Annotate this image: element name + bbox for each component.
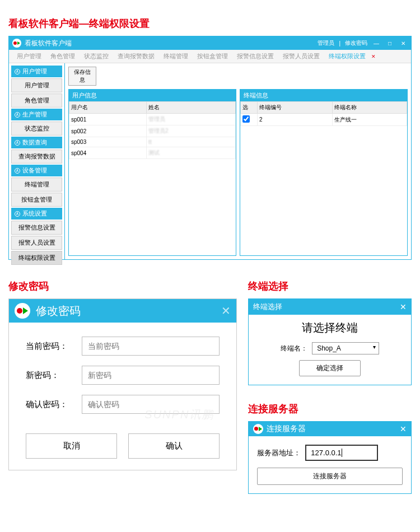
ok-button[interactable]: 确认 xyxy=(128,433,220,459)
tab-4[interactable]: 终端管理 xyxy=(161,51,190,62)
table-row[interactable]: sp001管理员 xyxy=(69,114,236,125)
tab-8[interactable]: 终端权限设置 xyxy=(326,51,368,62)
table-row[interactable]: 2生产线一 xyxy=(241,114,407,126)
confirm-pwd-label: 确认密码： xyxy=(26,399,82,410)
close-icon[interactable]: ✕ xyxy=(221,304,231,318)
table-row[interactable]: sp004测试 xyxy=(69,147,236,159)
connect-button[interactable]: 连接服务器 xyxy=(257,468,403,485)
sidebar-group-header[interactable]: ∧系统设置 xyxy=(11,208,62,220)
maximize-icon[interactable]: □ xyxy=(385,40,394,46)
server-addr-input[interactable]: 127.0.0.1 xyxy=(305,445,378,461)
section-title-3: 终端选择 xyxy=(248,279,412,293)
sidebar-item[interactable]: 报警人员设置 xyxy=(11,236,62,250)
app-title: 看板软件客户端 xyxy=(25,39,72,48)
collapse-icon: ∧ xyxy=(15,168,20,174)
tab-3[interactable]: 查询报警数据 xyxy=(115,51,157,62)
minimize-icon[interactable]: — xyxy=(372,40,381,46)
sidebar-group-header[interactable]: ∧生产管理 xyxy=(11,109,62,120)
section-title-4: 连接服务器 xyxy=(248,402,412,416)
cancel-button[interactable]: 取消 xyxy=(26,433,117,459)
collapse-icon: ∧ xyxy=(15,112,20,118)
sidebar-item[interactable]: 状态监控 xyxy=(11,122,62,136)
col-term-name[interactable]: 终端名称 xyxy=(332,102,407,114)
terminal-info-panel: 终端信息 选 终端编号 终端名称 2生产线一 xyxy=(240,89,408,256)
table-row[interactable]: sp003tt xyxy=(69,137,236,147)
tab-0[interactable]: 用户管理 xyxy=(15,51,44,62)
tab-1[interactable]: 角色管理 xyxy=(48,51,77,62)
conn-dialog-title: 连接服务器 xyxy=(267,424,306,434)
tab-7[interactable]: 报警人员设置 xyxy=(281,51,322,62)
term-dialog-title: 请选择终端 xyxy=(257,320,403,335)
col-term-id[interactable]: 终端编号 xyxy=(258,102,333,114)
term-name-select[interactable]: Shop_A xyxy=(312,342,379,354)
col-username[interactable]: 用户名 xyxy=(69,102,147,114)
new-pwd-input[interactable] xyxy=(82,366,220,385)
collapse-icon: ∧ xyxy=(15,69,20,74)
sidebar-group-header[interactable]: ∧用户管理 xyxy=(11,66,62,77)
main-content: 保存信息 用户信息 用户名 姓名 sp001管理员sp002管理员2sp003t… xyxy=(65,63,411,259)
section-title-2: 修改密码 xyxy=(8,279,237,293)
sidebar-item[interactable]: 按钮盒管理 xyxy=(11,193,62,207)
sidebar-item[interactable]: 用户管理 xyxy=(11,78,62,92)
sidebar-item[interactable]: 终端权限设置 xyxy=(11,251,62,265)
app-tabs: 用户管理角色管理状态监控查询报警数据终端管理按钮盒管理报警信息设置报警人员设置终… xyxy=(9,50,411,63)
connect-server-dialog: 连接服务器 ✕ 服务器地址： 127.0.0.1 连接服务器 xyxy=(248,421,412,494)
col-name[interactable]: 姓名 xyxy=(147,102,236,114)
tab-close-icon[interactable]: ✕ xyxy=(371,54,376,59)
app-titlebar: 看板软件客户端 管理员 | 修改密码 — □ ✕ xyxy=(9,36,411,50)
collapse-icon: ∧ xyxy=(15,140,20,146)
user-table: 用户名 姓名 sp001管理员sp002管理员2sp003ttsp004测试 xyxy=(69,101,236,159)
save-button[interactable]: 保存信息 xyxy=(68,67,96,86)
tab-2[interactable]: 状态监控 xyxy=(82,51,111,62)
pwd-dialog-title: 修改密码 xyxy=(36,304,81,319)
change-password-dialog: 修改密码 ✕ 当前密码： 新密码： 确认密码： SUNPN讯鹏 取消 xyxy=(8,298,237,470)
server-addr-label: 服务器地址： xyxy=(257,448,301,458)
current-pwd-input[interactable] xyxy=(82,337,220,356)
confirm-pwd-input[interactable] xyxy=(82,395,220,414)
term-dialog-header-text: 终端选择 xyxy=(253,302,282,312)
close-icon[interactable]: ✕ xyxy=(400,302,407,311)
terminal-table: 选 终端编号 终端名称 2生产线一 xyxy=(240,101,407,126)
pwd-dialog-header: 修改密码 ✕ xyxy=(9,299,236,323)
table-row[interactable]: sp002管理员2 xyxy=(69,125,236,137)
sidebar-group-header[interactable]: ∧设备管理 xyxy=(11,165,62,176)
sidebar-item[interactable]: 角色管理 xyxy=(11,94,62,108)
app-logo-icon xyxy=(12,39,21,48)
user-info-panel: 用户信息 用户名 姓名 sp001管理员sp002管理员2sp003ttsp00… xyxy=(68,89,236,256)
user-link[interactable]: 管理员 xyxy=(318,39,334,47)
new-pwd-label: 新密码： xyxy=(26,370,82,381)
app-window: 看板软件客户端 管理员 | 修改密码 — □ ✕ 用户管理角色管理状态监控查询报… xyxy=(8,36,412,260)
tab-6[interactable]: 报警信息设置 xyxy=(235,51,276,62)
terminal-select-dialog: 终端选择 ✕ 请选择终端 终端名： Shop_A 确定选择 xyxy=(248,298,412,385)
app-logo-icon xyxy=(253,424,263,434)
term-dialog-header: 终端选择 ✕ xyxy=(249,299,411,315)
section-title-1: 看板软件客户端—终端权限设置 xyxy=(8,17,412,30)
collapse-icon: ∧ xyxy=(15,211,20,217)
sidebar-item[interactable]: 报警信息设置 xyxy=(11,221,62,235)
conn-dialog-header: 连接服务器 ✕ xyxy=(249,422,411,436)
sidebar-item[interactable]: 查询报警数据 xyxy=(11,150,62,164)
term-name-label: 终端名： xyxy=(281,344,307,353)
close-icon[interactable]: ✕ xyxy=(399,40,408,46)
terminal-panel-header: 终端信息 xyxy=(240,90,407,101)
sidebar-item[interactable]: 终端管理 xyxy=(11,178,62,192)
current-pwd-label: 当前密码： xyxy=(26,341,82,352)
close-icon[interactable]: ✕ xyxy=(400,424,407,433)
row-checkbox[interactable] xyxy=(242,115,250,123)
confirm-select-button[interactable]: 确定选择 xyxy=(299,360,361,376)
change-pwd-link[interactable]: 修改密码 xyxy=(345,39,367,47)
col-select[interactable]: 选 xyxy=(241,102,258,114)
user-panel-header: 用户信息 xyxy=(69,90,236,101)
tab-5[interactable]: 按钮盒管理 xyxy=(195,51,230,62)
app-logo-icon xyxy=(15,303,30,319)
sidebar: ∧用户管理用户管理角色管理∧生产管理状态监控∧数据查询查询报警数据∧设备管理终端… xyxy=(9,63,65,259)
sidebar-group-header[interactable]: ∧数据查询 xyxy=(11,137,62,148)
